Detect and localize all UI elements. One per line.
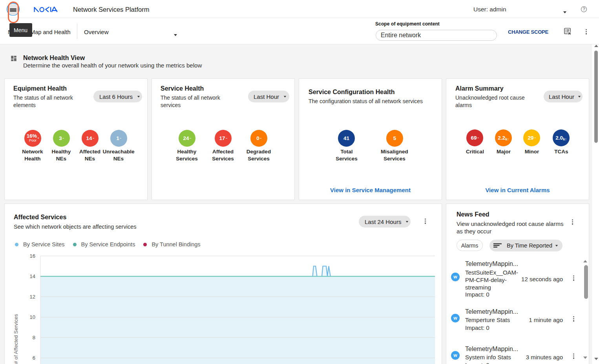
svg-text:# of Affected Services: # of Affected Services	[13, 314, 19, 364]
svg-text:6: 6	[33, 355, 35, 361]
svg-text:14: 14	[30, 273, 35, 279]
svg-text:12: 12	[30, 294, 35, 300]
svg-text:8: 8	[33, 335, 35, 340]
svg-text:16: 16	[30, 253, 35, 259]
svg-text:10: 10	[30, 314, 35, 320]
